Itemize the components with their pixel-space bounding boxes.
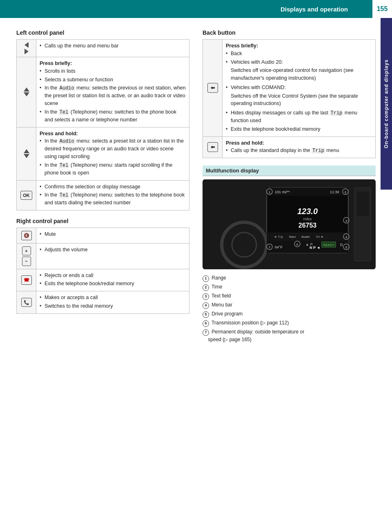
volume-minus-icon: − xyxy=(22,257,31,266)
table-row: Press and hold: In the Audio menu: selec… xyxy=(17,127,189,180)
legend-item-6: 6 Transmission position (▷ page 112) xyxy=(203,319,376,327)
list-item: Switches to the redial memory xyxy=(40,302,186,310)
circle-6: 6 xyxy=(203,320,209,327)
list-item: In the Tel (Telephone) menu: switches to… xyxy=(40,191,186,207)
circle-7: 7 xyxy=(203,329,209,336)
list-item: In the Tel (Telephone) menu: starts rapi… xyxy=(40,161,186,177)
circle-2: 2 xyxy=(203,284,209,291)
back-press-hold-label: Press and hold: xyxy=(226,139,372,147)
svg-text:miles: miles xyxy=(303,217,312,221)
svg-text:3: 3 xyxy=(345,219,347,223)
legend-item-1: 1 Range xyxy=(203,274,376,282)
ok-content: Confirms the selection or display messag… xyxy=(36,180,189,210)
svg-text:26753: 26753 xyxy=(298,222,317,229)
right-column: Back button ⬅ Press briefly: Back Vehicl… xyxy=(203,29,376,344)
dashboard-svg: 1 101 mi/** 11:30 2 123.0 miles 26753 xyxy=(203,179,376,269)
volume-content: Adjusts the volume xyxy=(36,243,189,269)
svg-rect-37 xyxy=(356,192,369,216)
table-row: ⬅ Press and hold: Calls up the standard … xyxy=(203,136,376,158)
table-row: 📞 Makes or accepts a call Switches to th… xyxy=(17,291,189,314)
circle-4: 4 xyxy=(203,302,209,309)
table-row: + − Adjusts the volume xyxy=(17,243,189,269)
reject-call-icon: ☎ xyxy=(17,269,36,291)
legend-item-2: 2 Time xyxy=(203,283,376,291)
list-item: Makes or accepts a call xyxy=(40,294,186,302)
legend-item-7: 7 Permanent display: outside temperature… xyxy=(203,328,376,343)
ud-arrows-ph-icon xyxy=(17,127,36,180)
end-call-button-icon: ☎ xyxy=(21,275,32,285)
svg-text:6: 6 xyxy=(296,243,298,246)
back-button-table: ⬅ Press briefly: Back Vehicles with Audi… xyxy=(203,39,376,158)
back-button-title: Back button xyxy=(203,29,376,36)
svg-text:D: D xyxy=(340,243,343,247)
back-icon: ⬅ xyxy=(207,83,218,93)
table-row: 🔇 Mute xyxy=(17,228,189,244)
svg-text:2: 2 xyxy=(345,190,347,194)
list-item: In the Tel (Telephone) menu: switches to… xyxy=(40,108,186,124)
display-legend: 1 Range 2 Time 3 Text field 4 Menu bar 5… xyxy=(203,274,376,343)
svg-text:5: 5 xyxy=(345,246,347,249)
back-icon-hold: ⬅ xyxy=(207,142,218,152)
right-control-table: 🔇 Mute + − xyxy=(16,228,189,314)
ok-icon: OK xyxy=(17,180,36,210)
list-item: Hides display messages or calls up the l… xyxy=(226,109,372,125)
list-item: Exits the telephone book/redial memory xyxy=(40,280,186,288)
lr-arrows-icon xyxy=(17,40,36,57)
list-item: In the Audio menu: selects the previous … xyxy=(40,84,186,107)
right-panel-title: Right control panel xyxy=(16,218,189,224)
svg-text:N P ◄: N P ◄ xyxy=(310,246,320,250)
back-press-briefly-label: Press briefly: xyxy=(226,42,372,50)
page-number: 155 xyxy=(372,0,392,18)
press-hold-label: Press and hold: xyxy=(40,130,186,138)
svg-text:101 mi/**: 101 mi/** xyxy=(275,190,290,194)
circle-5: 5 xyxy=(203,311,209,318)
ud-arrows-pb-content: Press briefly: Scrolls in lists Selects … xyxy=(36,57,189,127)
list-item: Vehicles with COMAND: xyxy=(226,84,372,92)
list-item: Vehicles with Audio 20: xyxy=(226,58,372,66)
svg-text:Audio: Audio xyxy=(301,235,310,239)
press-briefly-label: Press briefly: xyxy=(40,60,186,67)
list-item: Exits the telephone book/redial memory xyxy=(226,125,372,133)
left-panel-title: Left control panel xyxy=(16,29,189,36)
audio20-text: Switches off voice-operated control for … xyxy=(226,67,372,82)
legend-item-3: 3 Text field xyxy=(203,292,376,300)
list-item: In the Audio menu: selects a preset list… xyxy=(40,137,186,161)
main-content: Left control panel Calls up the menu and… xyxy=(0,18,392,353)
svg-text:11:30: 11:30 xyxy=(330,190,339,194)
circle-1: 1 xyxy=(203,275,209,282)
legend-item-5: 5 Drive program xyxy=(203,310,376,318)
back-button-ph-content: Press and hold: Calls up the standard di… xyxy=(223,136,376,158)
back-button-pb-content: Press briefly: Back Vehicles with Audio … xyxy=(223,40,376,137)
list-item: Calls up the standard display in the Tri… xyxy=(226,147,372,154)
ud-arrows-pb-icon xyxy=(17,57,36,127)
table-row: Press briefly: Scrolls in lists Selects … xyxy=(17,57,189,127)
svg-text:Navi: Navi xyxy=(289,235,296,239)
section-title: Displays and operation xyxy=(0,6,372,13)
multifunction-display-title: Multifunction display xyxy=(203,165,376,176)
mute-icon: 🔇 xyxy=(17,228,36,244)
legend-item-4: 4 Menu bar xyxy=(203,301,376,309)
svg-text:4: 4 xyxy=(345,235,347,239)
list-item: Scrolls in lists xyxy=(40,67,186,75)
circle-3: 3 xyxy=(203,293,209,300)
multifunction-display-section: Multifunction display xyxy=(203,165,376,343)
table-row: ☎ Rejects or ends a call Exits the telep… xyxy=(17,269,189,291)
car-display: 1 101 mi/** 11:30 2 123.0 miles 26753 xyxy=(203,179,376,269)
left-column: Left control panel Calls up the menu and… xyxy=(16,29,189,344)
top-bar: Displays and operation 155 xyxy=(0,0,392,18)
list-item: Confirms the selection or display messag… xyxy=(40,183,186,191)
list-item: Calls up the menu and menu bar xyxy=(40,42,186,50)
back-button-pb-icon: ⬅ xyxy=(203,40,223,137)
ud-arrows-ph-content: Press and hold: In the Audio menu: selec… xyxy=(36,127,189,180)
svg-text:1: 1 xyxy=(269,190,271,194)
accept-content: Makes or accepts a call Switches to the … xyxy=(36,291,189,314)
svg-text:7: 7 xyxy=(269,246,271,249)
svg-text:Tel ►: Tel ► xyxy=(316,235,324,239)
reject-content: Rejects or ends a call Exits the telepho… xyxy=(36,269,189,291)
mute-content: Mute xyxy=(36,228,189,244)
volume-plus-icon: + xyxy=(22,246,31,256)
back-button-ph-icon: ⬅ xyxy=(203,136,223,158)
lr-arrows-content: Calls up the menu and menu bar xyxy=(36,40,189,57)
list-item: Adjusts the volume xyxy=(40,246,186,254)
list-item: Rejects or ends a call xyxy=(40,272,186,279)
